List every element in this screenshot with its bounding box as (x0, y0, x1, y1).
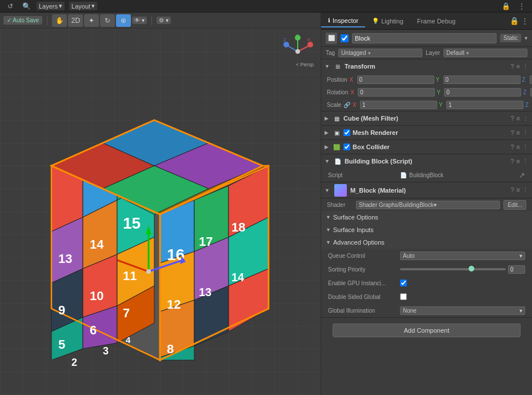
tab-inspector[interactable]: ℹ Inspector (321, 15, 365, 27)
layers-label: Layers (39, 3, 58, 10)
enable-gpu-checkbox[interactable] (400, 280, 407, 286)
rot-x-input[interactable] (358, 88, 435, 97)
mesh-renderer-title: Mesh Renderer (353, 129, 508, 136)
material-help-icon[interactable]: ? (510, 186, 514, 194)
double-sided-checkbox[interactable] (400, 293, 407, 300)
material-thumbnail (334, 184, 347, 197)
persp-label: < Persp (296, 62, 314, 67)
layer-label: Layer (426, 50, 440, 56)
rotation-xyz: X Y Z (350, 88, 532, 97)
tab-lighting[interactable]: 💡 Lighting (365, 15, 410, 27)
building-block-actions: ? ≡ ⋮ (510, 158, 529, 165)
mesh-filter-title: Cube (Mesh Filter) (343, 115, 508, 122)
inspector-scroll[interactable]: ▼ ⊞ Transform ? ≡ ⋮ Position X Y (321, 59, 532, 395)
inspector-icon: ℹ (328, 17, 330, 23)
scale-tool-btn[interactable]: ⊕ (116, 14, 131, 27)
scale-y-input[interactable] (446, 101, 523, 109)
shader-dropdown[interactable]: Shader Graphs/BuildingBlock ▾ (356, 201, 500, 209)
advanced-options-header[interactable]: ▼ Advanced Options (321, 236, 532, 249)
scale-x-input[interactable] (360, 101, 437, 109)
transform-help-icon[interactable]: ? (510, 63, 514, 70)
rotate-tool-btn[interactable]: ↻ (100, 14, 115, 27)
pos-y-input[interactable] (443, 75, 521, 84)
box-collider-enabled[interactable] (343, 143, 350, 150)
inspector-lock-icon[interactable]: 🔒 (510, 17, 519, 25)
move-tool-btn[interactable]: ✦ (84, 14, 99, 27)
mesh-filter-more-icon[interactable]: ⋮ (522, 115, 529, 122)
script-open-icon[interactable]: ↗ (519, 171, 525, 179)
material-more-icon[interactable]: ⋮ (522, 186, 529, 194)
hand-tool-btn[interactable]: ✋ (52, 14, 67, 27)
mesh-renderer-more-icon[interactable]: ⋮ (522, 129, 529, 137)
surface-inputs-header[interactable]: ▼ Surface Inputs (321, 224, 532, 236)
sorting-priority-input[interactable] (508, 265, 525, 274)
scene-gizmo[interactable]: X Y Z < Persp (281, 34, 315, 69)
svg-text:14: 14 (231, 271, 245, 284)
svg-point-67 (295, 49, 300, 54)
more-options-icon[interactable]: ⋮ (516, 1, 527, 12)
material-actions: ? ≡ ⋮ (510, 186, 529, 194)
object-name-input[interactable] (352, 33, 497, 43)
material-header[interactable]: ▼ M_Block (Material) ? ≡ ⋮ (321, 182, 532, 198)
undo-icon[interactable]: ↺ (5, 1, 16, 12)
building-block-preset-icon[interactable]: ≡ (517, 158, 520, 165)
rot-y-input[interactable] (444, 88, 521, 97)
building-block-help-icon[interactable]: ? (510, 158, 514, 165)
mesh-renderer-header[interactable]: ▶ ▣ Mesh Renderer ? ≡ ⋮ (321, 126, 532, 139)
render-dropdown[interactable]: ⚙ ▾ (157, 17, 171, 24)
shader-row: Shader Shader Graphs/BuildingBlock ▾ Edi… (321, 198, 532, 211)
mesh-renderer-preset-icon[interactable]: ≡ (517, 129, 520, 137)
view-dropdown[interactable]: 👁 ▾ (132, 17, 147, 24)
auto-save-btn[interactable]: ✓ Auto Save (3, 16, 42, 25)
search-icon[interactable]: 🔍 (21, 1, 32, 12)
object-active-checkbox[interactable] (341, 34, 349, 42)
mesh-filter-icon: ▦ (332, 114, 341, 123)
mesh-filter-header[interactable]: ▶ ▦ Cube (Mesh Filter) ? ≡ ⋮ (321, 111, 532, 125)
scale-row: Scale 🔗 X Y Z (321, 98, 532, 111)
shader-edit-button[interactable]: Edit... (503, 200, 526, 210)
scene-canvas[interactable]: 13 14 15 9 10 11 5 6 7 2 3 4 16 17 18 (0, 29, 321, 395)
pos-x-input[interactable] (357, 75, 434, 84)
mesh-filter-actions: ? ≡ ⋮ (510, 115, 529, 122)
global-illumination-dropdown[interactable]: None ▾ (400, 306, 525, 315)
mesh-renderer-icon: ▣ (332, 128, 341, 137)
mesh-renderer-help-icon[interactable]: ? (510, 129, 514, 137)
tag-dropdown[interactable]: Untagged ▾ (338, 49, 422, 57)
box-collider-header[interactable]: ▶ 🟩 Box Collider ? ≡ ⋮ (321, 140, 532, 154)
box-collider-more-icon[interactable]: ⋮ (522, 143, 529, 151)
mesh-filter-preset-icon[interactable]: ≡ (517, 115, 520, 122)
lock-icon[interactable]: 🔒 (500, 1, 511, 12)
building-block-header[interactable]: ▼ 📄 Building Block (Script) ? ≡ ⋮ (321, 154, 532, 168)
svg-text:10: 10 (90, 289, 103, 303)
layer-dropdown[interactable]: Default ▾ (443, 49, 527, 57)
toolbar-divider-1 (47, 16, 47, 25)
layer-value: Default (446, 50, 465, 56)
static-arrow-icon[interactable]: ▾ (525, 35, 527, 41)
tab-frame-debug[interactable]: Frame Debug (410, 15, 462, 27)
svg-text:6: 6 (90, 323, 97, 337)
box-collider-help-icon[interactable]: ? (510, 143, 514, 151)
2d-btn[interactable]: 2D (68, 14, 83, 27)
surface-options-header[interactable]: ▼ Surface Options (321, 211, 532, 224)
static-button[interactable]: Static (500, 34, 521, 42)
script-label: Script (328, 172, 397, 178)
transform-preset-icon[interactable]: ≡ (517, 63, 520, 70)
pos-z-input[interactable] (530, 75, 532, 84)
building-block-more-icon[interactable]: ⋮ (522, 158, 529, 165)
transform-more-icon[interactable]: ⋮ (522, 63, 529, 70)
mesh-filter-help-icon[interactable]: ? (510, 115, 514, 122)
material-preset-icon[interactable]: ≡ (517, 186, 520, 194)
layout-dropdown[interactable]: Layout ▾ (69, 2, 97, 10)
tag-value: Untagged (341, 50, 366, 56)
sorting-priority-label: Sorting Priority (328, 266, 397, 273)
lighting-icon: 💡 (372, 18, 379, 24)
layers-dropdown[interactable]: Layers ▾ (37, 2, 65, 10)
mesh-renderer-enabled[interactable] (343, 129, 350, 136)
inspector-more-icon[interactable]: ⋮ (521, 17, 529, 25)
queue-control-dropdown[interactable]: Auto ▾ (400, 252, 525, 260)
sorting-priority-slider[interactable] (400, 268, 506, 270)
transform-header[interactable]: ▼ ⊞ Transform ? ≡ ⋮ (321, 59, 532, 73)
main-area: ✓ Auto Save ✋ 2D ✦ ↻ ⊕ 👁 ▾ ⚙ ▾ (0, 13, 532, 395)
box-collider-preset-icon[interactable]: ≡ (517, 143, 520, 151)
add-component-button[interactable]: Add Component (333, 324, 521, 337)
